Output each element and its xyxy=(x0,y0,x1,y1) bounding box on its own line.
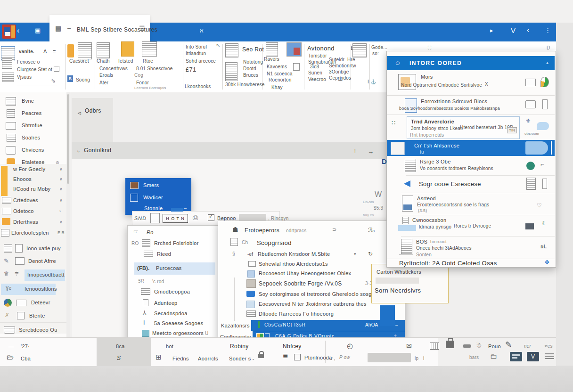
document-icon[interactable] xyxy=(78,42,92,59)
phone3-icon[interactable] xyxy=(542,179,547,189)
tick-icon[interactable]: א xyxy=(200,27,204,34)
oonbge-label[interactable]: 3Oonbge xyxy=(329,69,349,74)
khay-label[interactable]: Khay xyxy=(271,85,283,90)
chevron-down-icon[interactable]: ∨ xyxy=(59,198,63,203)
chevron-down-icon[interactable]: ∨ xyxy=(59,167,63,172)
mouse-icon[interactable] xyxy=(463,344,471,348)
tree-item-5[interactable]: Drlerthvas ∨ xyxy=(0,218,70,227)
sidebar-item-footer[interactable]: Serebdeoeo Ou xyxy=(0,325,70,336)
dark-card-icon[interactable] xyxy=(525,223,534,229)
leaf-icon[interactable] xyxy=(540,77,549,87)
equals-icon[interactable]: = xyxy=(53,49,56,54)
back-arrow-icon[interactable]: ⊲ xyxy=(77,110,82,116)
hnowberese-label[interactable]: 30bk Hnowberese xyxy=(225,82,265,87)
bird-icon[interactable]: ⚜ xyxy=(525,117,531,124)
app-logo-icon[interactable] xyxy=(2,24,16,39)
chat-bubble-icon[interactable] xyxy=(537,122,549,130)
ietsted-label[interactable]: Ietsted xyxy=(118,58,133,64)
move-icon[interactable] xyxy=(266,42,278,57)
person-icon[interactable]: ☃ xyxy=(476,342,482,349)
stack-icon[interactable] xyxy=(225,62,237,81)
kavoems-label[interactable]: Kavoems xyxy=(267,64,287,69)
checkbox2-icon[interactable] xyxy=(294,354,301,360)
scoeoca-label[interactable]: N1 scoeoca xyxy=(267,71,293,76)
report-icon[interactable] xyxy=(142,41,157,57)
bench-icon[interactable]: ⌐ xyxy=(540,161,544,168)
chevron-down-icon[interactable]: ∨ xyxy=(59,177,63,181)
hamburger-right-icon[interactable]: ☰ xyxy=(139,24,145,32)
folder3-icon[interactable]: 🗀︎ xyxy=(490,352,497,360)
dootd-label[interactable]: Dootd xyxy=(243,66,256,71)
menu-row-5r[interactable]: 5R 'c rod xyxy=(128,278,218,287)
tree-item-3[interactable]: Crtedoves ∨ xyxy=(0,196,70,205)
sidebar-item-bvne[interactable]: Bvne xyxy=(0,96,70,108)
list-icon[interactable] xyxy=(2,58,12,69)
expand-icon[interactable]: ⛶ xyxy=(428,45,431,51)
sidebar-scrollbar[interactable] xyxy=(66,92,70,337)
panel-row-rsrge[interactable]: Rsrge 3 Obe Vo ooosords todtoers Reaybis… xyxy=(387,157,555,175)
more-icon[interactable]: ⋮ xyxy=(545,27,552,34)
dialog-bottom-row-0[interactable]: Kazaltonsrs CbsCa/NCt I3sR AhOA – xyxy=(218,320,405,331)
briefcase-icon[interactable] xyxy=(446,341,454,348)
back-icon[interactable]: ‹ xyxy=(17,26,19,35)
taskbar-input[interactable] xyxy=(368,353,411,362)
i-anchor-label[interactable]: I ⚓ xyxy=(368,79,377,84)
pages-icon[interactable] xyxy=(352,43,367,57)
chevron-down-icon[interactable]: ∨ xyxy=(59,220,63,224)
sidebar-item-shtrofue[interactable]: Shtrofue xyxy=(0,121,70,133)
color-icon[interactable] xyxy=(286,42,302,57)
dialog-item-5[interactable]: Dltoodc Rarreeos Fo fihoeoorg xyxy=(218,310,405,319)
script-y-icon[interactable]: ℓ xyxy=(542,220,544,227)
back-small-icon[interactable]: ‹ xyxy=(527,26,529,34)
pen-arrow-icon[interactable]: ⇘ xyxy=(51,77,56,84)
font-a-icon[interactable]: A xyxy=(43,49,47,54)
corner-arrow-icon[interactable]: ↖ xyxy=(216,42,220,49)
menu-row-adunteep[interactable]: Adunteep xyxy=(128,299,218,309)
tray2-icon[interactable] xyxy=(525,100,536,108)
rules-icon[interactable] xyxy=(225,43,238,57)
menu-row-gmod[interactable]: Gmodbeopgoa xyxy=(128,288,218,298)
grid-window-icon[interactable]: ⊞ xyxy=(156,353,162,361)
menu-row-purcecoas[interactable]: (FB). Purcecoas xyxy=(134,262,215,275)
scrollbar-thumb[interactable] xyxy=(67,94,69,184)
mail-send-icon[interactable]: ✉ xyxy=(406,342,412,350)
ravers-label[interactable]: Ravers xyxy=(264,57,279,62)
check-icon[interactable]: V xyxy=(511,26,516,34)
phone-glyph-item[interactable]: ↙, xyxy=(330,356,336,361)
collapse-icon[interactable]: ▴ xyxy=(546,60,548,65)
table-icon[interactable] xyxy=(2,73,14,82)
num-item[interactable]: '27· xyxy=(21,343,30,349)
fonor-label[interactable]: Fonor xyxy=(136,80,149,85)
dialog-dropdown-row[interactable]: § -ef Rbutlecrnoh Krrsdoor M.Sbite ▾ ↻ xyxy=(218,250,405,260)
b-icon[interactable]: B xyxy=(67,75,73,82)
aoorrcls-item[interactable]: Aoorrcls xyxy=(198,356,218,361)
printer-icon[interactable]: ⎙ xyxy=(193,213,198,221)
calendar2-icon[interactable] xyxy=(430,343,439,350)
folder-pen-icon[interactable]: ✎ xyxy=(505,340,512,350)
toggle-icon[interactable] xyxy=(293,63,300,71)
sidebar-item-denot[interactable]: ✎ Denot Afrre xyxy=(0,256,70,269)
tomsbor-label[interactable]: Tomsbor xyxy=(308,53,327,58)
sidebar-item-peacres[interactable]: Peacres xyxy=(0,108,70,121)
vjsuus-label[interactable]: Vjsuus xyxy=(17,74,32,80)
bruces-label[interactable]: Bruces xyxy=(243,73,258,78)
preview-chip[interactable] xyxy=(525,141,548,155)
v-button[interactable]: V xyxy=(527,352,539,361)
8ca-item[interactable]: 8ca xyxy=(116,343,125,349)
panel-row-mors[interactable]: Mors Nord Optrsrreird Cmbodoé Sortislvoe… xyxy=(387,70,555,94)
lock-icon[interactable] xyxy=(258,354,264,358)
lkooshooks-label[interactable]: Lkooshooks xyxy=(185,84,211,89)
hot-item[interactable]: hot xyxy=(166,343,173,349)
grid-small-icon[interactable] xyxy=(54,66,59,72)
clock-icon[interactable]: ◴ xyxy=(347,342,353,350)
folder-open-icon[interactable]: 🗁︎ xyxy=(7,353,14,361)
sunen-label[interactable]: Sunen xyxy=(308,70,322,75)
s-item[interactable]: S xyxy=(117,355,121,361)
chart-mini-icon[interactable]: ᴅL xyxy=(540,244,547,249)
phone-glyph[interactable]: £71 xyxy=(186,66,196,73)
shoesctvoe-label[interactable]: 8.01 Shoesctvoe xyxy=(136,66,173,71)
soong-label[interactable]: Soong xyxy=(76,77,90,82)
chevron-down-icon[interactable]: ∨ xyxy=(59,187,63,191)
chath-label[interactable]: Chath xyxy=(97,58,110,64)
panel-row-selected[interactable]: Cn' t'sh Ahlsarrcse tu xyxy=(387,140,555,156)
